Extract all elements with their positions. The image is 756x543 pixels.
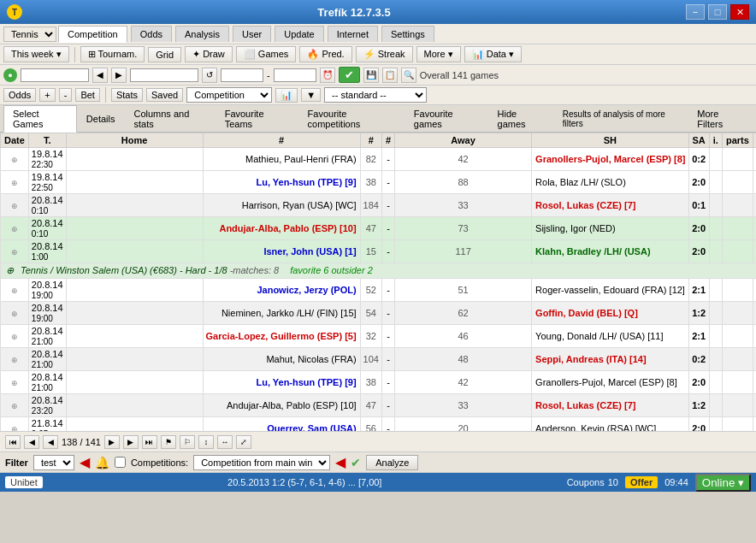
competitions-checkbox[interactable]	[115, 457, 126, 468]
date-forward-button[interactable]: ▶	[111, 68, 127, 83]
date-to-input[interactable]: 25. 8. 2014	[130, 68, 198, 82]
draw-button[interactable]: ✦ Draw	[185, 46, 233, 62]
next-step-button[interactable]: ▶	[104, 435, 120, 449]
menu-tab-analysis[interactable]: Analysis	[175, 26, 229, 42]
filter-tab-details[interactable]: Details	[77, 110, 125, 127]
row-expand[interactable]: ⊕	[1, 348, 29, 371]
this-week-button[interactable]: This week ▾	[3, 46, 69, 62]
cell-away: Klahn, Bradley /LH/ (USA)	[532, 240, 688, 263]
separator-1	[74, 47, 75, 62]
table-row[interactable]: ⊕20.8.1423:20Andujar-Alba, Pablo (ESP) […	[1, 394, 757, 417]
cell-home: Mahut, Nicolas (FRA)	[203, 348, 360, 371]
row-expand[interactable]: ⊕	[1, 240, 29, 263]
nav-extra-5[interactable]: ⤢	[236, 435, 251, 449]
table-row[interactable]: ⊕20.8.1419:00Nieminen, Jarkko /LH/ (FIN)…	[1, 302, 757, 325]
row-expand[interactable]: ⊕	[1, 371, 29, 394]
cell-parts: 6-4, 6-3	[753, 217, 756, 240]
menu-tab-internet[interactable]: Internet	[328, 26, 378, 42]
minus-button[interactable]: -	[59, 88, 73, 102]
table-row[interactable]: ⊕Tennis / Winston Salem (USA) (€683) - H…	[1, 263, 757, 279]
row-expand[interactable]: ⊕	[1, 148, 29, 171]
table-row[interactable]: ⊕20.8.1419:00Janowicz, Jerzy (POL)52-51R…	[1, 279, 757, 302]
table-row[interactable]: ⊕20.8.1421:00Garcia-Lopez, Guillermo (ES…	[1, 325, 757, 348]
menu-tab-competition[interactable]: Competition	[58, 26, 127, 43]
prev-step-button[interactable]: ◀	[43, 435, 58, 449]
filter-tab-fav-comp[interactable]: Favourite competitions	[298, 105, 405, 132]
sport-selector[interactable]: Tennis	[3, 27, 56, 42]
row-expand[interactable]: ⊕	[1, 302, 29, 325]
standard-dropdown[interactable]: -- standard --	[324, 87, 427, 103]
competition-dropdown[interactable]: Competition	[186, 87, 272, 103]
filter-tab-columns[interactable]: Columns and stats	[124, 105, 215, 132]
time-from-input[interactable]: 00:00	[221, 68, 263, 82]
row-expand[interactable]: ⊕	[1, 171, 29, 194]
cell-away-rank: 20	[395, 417, 532, 433]
prev-page-button[interactable]: ◀	[24, 435, 39, 449]
table-row[interactable]: ⊕21.8.140:05Querrey, Sam (USA)56-20Ander…	[1, 417, 757, 433]
row-expand[interactable]: ⊕	[1, 194, 29, 217]
table-row[interactable]: ⊕19.8.1422:30Mathieu, Paul-Henri (FRA)82…	[1, 148, 757, 171]
filter-tab-more[interactable]: More Filters	[688, 105, 753, 132]
streak-button[interactable]: ⚡ Streak	[356, 46, 413, 62]
cell-sh: 2:0	[688, 217, 709, 240]
competition-source-dropdown[interactable]: Competition from main window	[193, 455, 330, 470]
time-to-input[interactable]: 07:00	[274, 68, 316, 82]
nav-extra-1[interactable]: ⚑	[161, 435, 176, 449]
nav-extra-4[interactable]: ↔	[217, 435, 233, 449]
filter-tab-fav-teams[interactable]: Favourite Teams	[216, 105, 298, 132]
row-expand[interactable]: ⊕	[1, 217, 29, 240]
analyze-button[interactable]: Analyze	[366, 455, 418, 470]
maximize-button[interactable]: □	[708, 4, 727, 20]
menu-tab-settings[interactable]: Settings	[381, 26, 434, 42]
nav-extra-3[interactable]: ↕	[198, 435, 214, 449]
menu-tab-update[interactable]: Update	[275, 26, 323, 42]
table-row[interactable]: ⊕20.8.1421:00Lu, Yen-hsun (TPE) [9]38-42…	[1, 371, 757, 394]
date-from-input[interactable]: 18. 8. 2014	[21, 68, 89, 82]
online-button[interactable]: Online ▾	[695, 474, 751, 492]
pred-button[interactable]: 🔥 Pred.	[299, 46, 351, 62]
table-row[interactable]: ⊕20.8.1421:00Mahut, Nicolas (FRA)104-48S…	[1, 348, 757, 371]
nav-extra-2[interactable]: ⚐	[180, 435, 195, 449]
filter-button[interactable]: ▼	[301, 88, 321, 102]
close-button[interactable]: ✕	[730, 4, 749, 20]
filter-tab-select-games[interactable]: Select Games	[3, 105, 77, 133]
table-row[interactable]: ⊕20.8.141:00Isner, John (USA) [1]15-117K…	[1, 240, 757, 263]
row-expand[interactable]: ⊕	[1, 417, 29, 433]
minimize-button[interactable]: −	[686, 4, 705, 20]
filter-tab-fav-games[interactable]: Favourite games	[405, 105, 488, 132]
row-expand[interactable]: ⊕	[1, 279, 29, 302]
more-button[interactable]: More ▾	[416, 46, 461, 62]
clock-button[interactable]: ⏰	[320, 68, 335, 83]
row-expand[interactable]: ⊕	[1, 325, 29, 348]
search-button[interactable]: 🔍	[401, 68, 416, 83]
filter-tab-hide[interactable]: Hide games	[488, 105, 553, 132]
menu-tab-user[interactable]: User	[233, 26, 271, 42]
saved-button[interactable]: Saved	[146, 88, 183, 102]
chart-button[interactable]: 📊	[275, 88, 298, 103]
table-row[interactable]: ⊕20.8.140:10Harrison, Ryan (USA) [WC]184…	[1, 194, 757, 217]
filter-select[interactable]: test	[33, 455, 74, 470]
save-filter-button[interactable]: 💾	[363, 68, 379, 83]
next-page-button[interactable]: ▶	[123, 435, 139, 449]
stats-button[interactable]: Stats	[111, 88, 143, 102]
cell-home-rank: 184	[360, 194, 381, 217]
apply-button[interactable]: ✔	[339, 67, 360, 83]
plus-button[interactable]: +	[39, 88, 55, 102]
table-row[interactable]: ⊕20.8.140:10Andujar-Alba, Pablo (ESP) [1…	[1, 217, 757, 240]
table-row[interactable]: ⊕19.8.1422:50Lu, Yen-hsun (TPE) [9]38-88…	[1, 171, 757, 194]
refresh-button[interactable]: ↺	[202, 68, 217, 83]
date-back-button[interactable]: ◀	[92, 68, 108, 83]
toolbar-row-1: This week ▾ ⊞ Tournam. Grid ✦ Draw ⬜ Gam…	[0, 44, 756, 65]
last-page-button[interactable]: ⏭	[142, 435, 157, 449]
row-expand[interactable]: ⊕	[1, 394, 29, 417]
bet-button[interactable]: Bet	[75, 88, 100, 102]
copy-button[interactable]: 📋	[382, 68, 398, 83]
first-page-button[interactable]: ⏮	[5, 435, 21, 449]
odds-button[interactable]: Odds	[3, 88, 36, 102]
tournament-button[interactable]: ⊞ Tournam.	[80, 46, 145, 62]
games-button[interactable]: ⬜ Games	[236, 46, 297, 62]
filter-tab-results[interactable]: Results of analysis of more filters	[553, 106, 688, 131]
grid-button[interactable]: Grid	[148, 47, 181, 62]
menu-tab-odds[interactable]: Odds	[131, 26, 172, 42]
data-button[interactable]: 📊 Data ▾	[464, 46, 522, 62]
